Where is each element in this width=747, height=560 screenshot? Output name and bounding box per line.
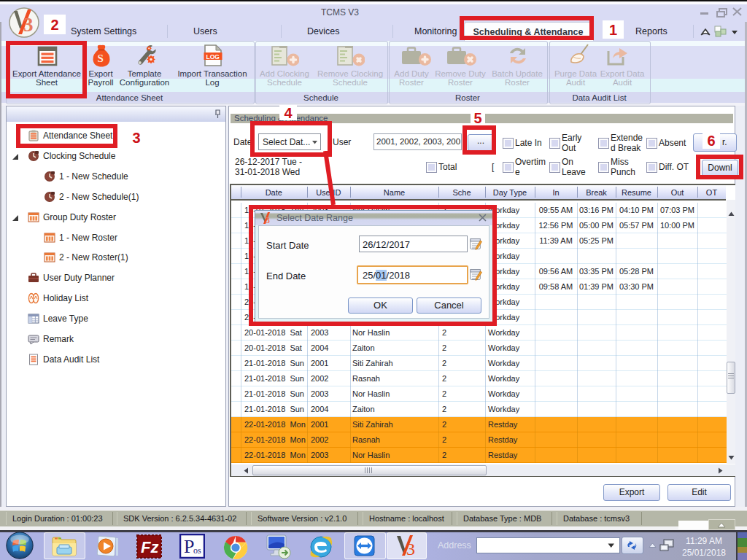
svg-text:Fz: Fz <box>141 538 158 556</box>
svg-text:os: os <box>193 545 201 556</box>
svg-text:3: 3 <box>406 540 415 559</box>
svg-text:S: S <box>98 52 104 64</box>
svg-text:LOG: LOG <box>206 53 220 61</box>
svg-text:3: 3 <box>23 14 34 36</box>
